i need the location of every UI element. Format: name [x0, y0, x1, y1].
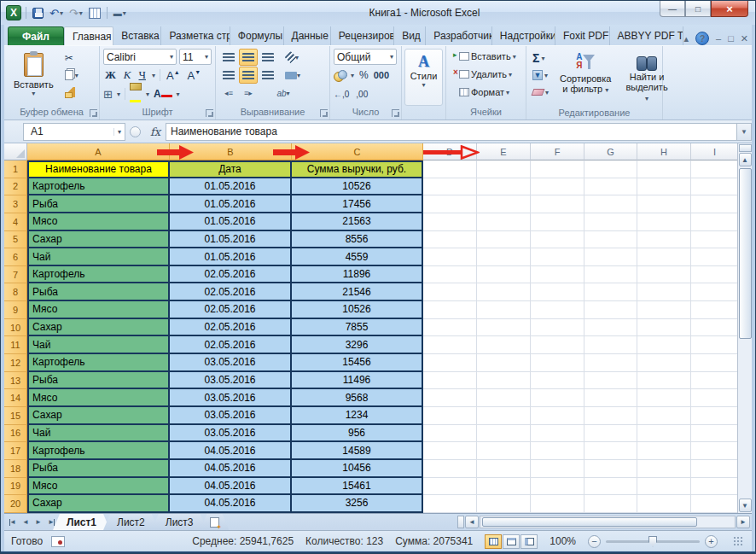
cell-D3[interactable] — [423, 195, 477, 213]
column-header-E[interactable]: E — [477, 143, 531, 160]
cell-F1[interactable] — [531, 160, 584, 178]
row-header-20[interactable]: 20 — [4, 495, 27, 513]
cell-F10[interactable] — [531, 319, 584, 337]
cell-D17[interactable] — [423, 442, 477, 460]
cell-F8[interactable] — [531, 283, 584, 301]
zoom-level[interactable]: 100% — [550, 535, 576, 547]
tab-split-handle[interactable] — [457, 516, 464, 528]
cell-F13[interactable] — [531, 372, 584, 390]
cell-I18[interactable] — [691, 460, 739, 478]
alignment-dialog-launcher-icon[interactable] — [320, 109, 328, 117]
tab-вставка[interactable]: Вставка — [113, 26, 161, 45]
copy-button[interactable]: ▾ — [62, 67, 81, 83]
cell-G14[interactable] — [584, 389, 637, 407]
maximize-button[interactable]: □ — [685, 1, 711, 17]
cell-B19[interactable]: 04.05.2016 — [170, 478, 292, 496]
cell-B9[interactable]: 02.05.2016 — [170, 301, 292, 319]
cell-F5[interactable] — [531, 231, 584, 249]
column-header-C[interactable]: C — [292, 143, 423, 160]
tab-вид[interactable]: Вид — [394, 26, 426, 45]
font-color-button[interactable]: А — [154, 88, 172, 100]
cell-I17[interactable] — [691, 442, 739, 460]
cell-H19[interactable] — [637, 478, 691, 496]
cell-E18[interactable] — [477, 460, 531, 478]
cell-C5[interactable]: 8556 — [292, 231, 423, 249]
cell-A4[interactable]: Мясо — [27, 213, 170, 231]
book-close-icon[interactable]: ✕ — [741, 33, 748, 44]
row-header-4[interactable]: 4 — [4, 213, 27, 231]
help-icon[interactable]: ? — [695, 32, 709, 45]
cell-D5[interactable] — [423, 231, 477, 249]
cell-B13[interactable]: 03.05.2016 — [170, 372, 292, 390]
cell-B20[interactable]: 04.05.2016 — [170, 495, 292, 513]
cell-A1[interactable]: Наименование товара — [27, 160, 170, 178]
increase-decimal-button[interactable]: ←,0 — [334, 90, 349, 99]
sheet-tab-лист2[interactable]: Лист2 — [103, 514, 159, 530]
previous-sheet-button[interactable]: ◄ — [20, 516, 32, 528]
clipboard-dialog-launcher-icon[interactable] — [90, 109, 97, 117]
row-header-1[interactable]: 1 — [4, 160, 27, 178]
cell-B2[interactable]: 01.05.2016 — [170, 178, 292, 196]
row-header-10[interactable]: 10 — [4, 319, 27, 337]
cell-I3[interactable] — [691, 195, 739, 213]
minimize-button[interactable]: — — [660, 1, 685, 17]
cell-B14[interactable]: 03.05.2016 — [170, 389, 292, 407]
cell-E11[interactable] — [477, 336, 531, 354]
save-button[interactable] — [31, 5, 45, 20]
cell-G2[interactable] — [584, 178, 637, 196]
horizontal-scroll-thumb[interactable] — [482, 517, 697, 527]
cell-E9[interactable] — [477, 301, 531, 319]
cell-B8[interactable]: 02.05.2016 — [170, 283, 292, 301]
cell-C11[interactable]: 3296 — [292, 336, 423, 354]
cell-D10[interactable] — [423, 319, 477, 337]
cell-F11[interactable] — [531, 336, 584, 354]
cell-E5[interactable] — [477, 231, 531, 249]
format-cells-button[interactable]: Формат▾ — [457, 85, 522, 100]
cell-A20[interactable]: Сахар — [27, 495, 170, 513]
tab-главная[interactable]: Главная — [64, 26, 113, 45]
cell-G7[interactable] — [584, 266, 637, 284]
increase-indent-button[interactable]: ≡▸ — [239, 85, 258, 102]
cell-C20[interactable]: 3256 — [292, 495, 423, 513]
cell-C7[interactable]: 11896 — [292, 266, 423, 284]
cell-A12[interactable]: Картофель — [27, 354, 170, 372]
zoom-track[interactable] — [606, 540, 700, 543]
next-sheet-button[interactable]: ► — [32, 516, 44, 528]
clear-button[interactable]: ▾ — [530, 85, 551, 100]
cell-A10[interactable]: Сахар — [27, 319, 170, 337]
orientation-button[interactable]: ▾ — [283, 49, 302, 66]
cell-I5[interactable] — [691, 231, 739, 249]
cell-B17[interactable]: 04.05.2016 — [170, 442, 292, 460]
cell-A19[interactable]: Мясо — [27, 478, 170, 496]
cell-B18[interactable]: 04.05.2016 — [170, 460, 292, 478]
redo-button[interactable]: ↷▾ — [67, 5, 84, 20]
cell-A3[interactable]: Рыба — [27, 195, 170, 213]
cell-C15[interactable]: 1234 — [292, 407, 423, 425]
shrink-font-button[interactable]: А▼ — [186, 69, 203, 82]
zoom-out-button[interactable]: − — [588, 535, 601, 548]
cell-I6[interactable] — [691, 248, 739, 266]
row-header-6[interactable]: 6 — [4, 248, 27, 266]
cell-D1[interactable] — [423, 160, 477, 178]
align-left-button[interactable] — [219, 67, 238, 84]
tab-file[interactable]: Файл — [8, 26, 64, 45]
underline-button[interactable]: Ч — [137, 68, 148, 82]
cell-B5[interactable]: 01.05.2016 — [170, 231, 292, 249]
fill-color-button[interactable] — [130, 83, 142, 106]
cell-D16[interactable] — [423, 425, 477, 443]
book-minimize-icon[interactable]: – — [716, 33, 721, 44]
cell-E10[interactable] — [477, 319, 531, 337]
cell-F19[interactable] — [531, 478, 584, 496]
cell-G8[interactable] — [584, 283, 637, 301]
cell-A2[interactable]: Картофель — [27, 178, 170, 196]
cell-F20[interactable] — [531, 495, 584, 513]
cell-F15[interactable] — [531, 407, 584, 425]
cell-H14[interactable] — [637, 389, 691, 407]
fill-button[interactable]: ▼▾ — [530, 67, 551, 83]
align-right-button[interactable] — [259, 67, 277, 84]
horizontal-scroll-track[interactable] — [480, 516, 736, 528]
cell-A18[interactable]: Рыба — [27, 460, 170, 478]
cell-B16[interactable]: 03.05.2016 — [170, 425, 292, 443]
cell-D13[interactable] — [423, 372, 477, 390]
cell-H7[interactable] — [637, 266, 691, 284]
